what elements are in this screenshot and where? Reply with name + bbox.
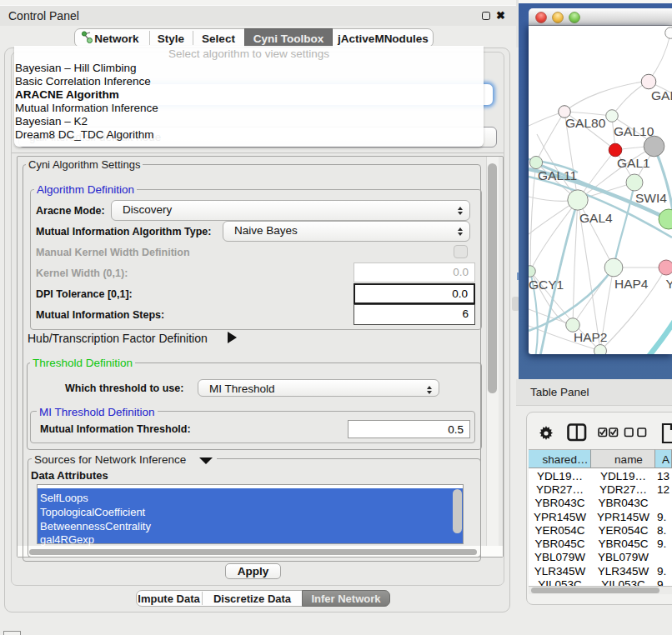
svg-text:GAL4: GAL4: [579, 211, 613, 225]
svg-text:YEL0: YEL0: [666, 277, 672, 291]
svg-text:GAL7: GAL7: [651, 88, 672, 102]
svg-text:HAP2: HAP2: [574, 330, 608, 344]
svg-text:GAL1: GAL1: [617, 156, 650, 170]
svg-text:SWI4: SWI4: [635, 191, 667, 205]
svg-text:GAL80: GAL80: [565, 116, 606, 130]
svg-text:GCY1: GCY1: [529, 278, 564, 292]
svg-text:GAL11: GAL11: [538, 168, 577, 182]
svg-text:GAL10: GAL10: [614, 124, 654, 138]
svg-text:HAP4: HAP4: [614, 277, 649, 291]
